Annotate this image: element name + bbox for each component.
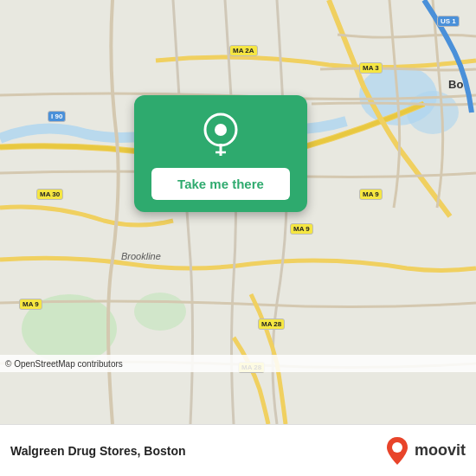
bottom-bar: Walgreen Drug Stores, Boston moovit	[0, 424, 476, 476]
svg-point-8	[392, 442, 402, 453]
location-card: Take me there	[134, 95, 307, 212]
road-badge-us1: US 1	[437, 16, 460, 27]
road-badge-ma3: MA 3	[359, 62, 383, 74]
map-container: US 1 MA 2A MA 3 I 90 MA 30 MA 9 MA 9 MA …	[0, 0, 476, 424]
road-badge-i90: I 90	[48, 111, 66, 122]
svg-point-2	[134, 293, 186, 331]
road-badge-ma9-right: MA 9	[359, 189, 383, 200]
road-badge-ma9-center: MA 9	[290, 223, 313, 235]
moovit-logo-text: moovit	[415, 441, 466, 460]
road-badge-ma30: MA 30	[36, 189, 63, 200]
copyright-bar: © OpenStreetMap contributors	[0, 355, 476, 372]
copyright-text: © OpenStreetMap contributors	[5, 359, 123, 369]
store-name: Walgreen Drug Stores, Boston	[10, 444, 186, 458]
road-badge-ma2a: MA 2A	[229, 45, 258, 56]
moovit-logo: moovit	[385, 437, 466, 465]
road-badge-ma9-left: MA 9	[19, 299, 42, 310]
map-pin-icon	[198, 111, 243, 156]
boston-label: Bo	[448, 78, 463, 91]
road-badge-ma28-upper: MA 28	[258, 318, 285, 330]
svg-point-6	[215, 124, 227, 136]
moovit-pin-icon	[385, 437, 409, 465]
brookline-label: Brookline	[121, 251, 161, 261]
take-me-there-button[interactable]: Take me there	[151, 168, 290, 200]
